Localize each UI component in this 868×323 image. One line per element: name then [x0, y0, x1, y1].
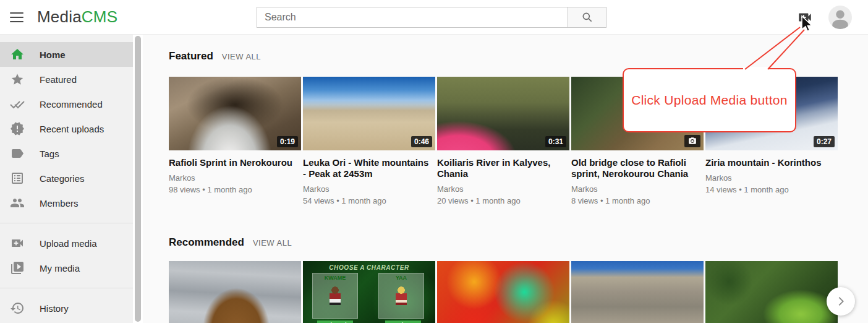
search-button[interactable] — [568, 7, 606, 28]
section-title-featured: Featured — [169, 50, 213, 62]
video-author[interactable]: Markos — [705, 173, 838, 183]
sidebar-item-history[interactable]: History — [0, 296, 133, 321]
duration-badge: 0:27 — [814, 136, 835, 147]
videocam-plus-icon — [10, 236, 25, 251]
video-author[interactable]: Markos — [169, 173, 301, 183]
sidebar: Home Featured Recommended Recent uploads… — [0, 35, 133, 323]
video-author[interactable]: Markos — [437, 184, 569, 194]
sidebar-item-home[interactable]: Home — [0, 42, 133, 67]
video-title[interactable]: Leuka Ori - White mountains - Peak at 24… — [303, 157, 435, 179]
featured-view-all-link[interactable]: VIEW ALL — [222, 52, 261, 61]
sidebar-item-label: Tags — [40, 149, 59, 159]
duration-badge: 0:46 — [411, 136, 432, 147]
sidebar-item-label: History — [40, 303, 69, 314]
top-bar: MediaCMS — [0, 0, 868, 35]
video-card[interactable] — [437, 261, 569, 323]
video-thumbnail[interactable]: CHOOSE A CHARACTER KWAME YAA Selected Se… — [303, 261, 435, 323]
sidebar-item-label: Upload media — [40, 238, 97, 249]
video-library-icon — [10, 261, 25, 275]
sidebar-item-label: Members — [40, 198, 79, 209]
sidebar-divider — [0, 288, 133, 288]
video-card[interactable]: 0:31 Koiliaris River in Kalyves, Chania … — [437, 77, 569, 205]
thumbnail-game-heading: CHOOSE A CHARACTER — [303, 264, 435, 271]
recommended-row: CHOOSE A CHARACTER KWAME YAA Selected Se… — [169, 261, 838, 323]
recommended-section-header: Recommended VIEW ALL — [169, 236, 292, 249]
chevron-right-icon — [834, 295, 848, 308]
sidebar-item-label: Featured — [40, 74, 77, 85]
search-icon — [581, 11, 594, 24]
section-title-recommended: Recommended — [169, 236, 244, 249]
sidebar-item-recent-uploads[interactable]: Recent uploads — [0, 116, 133, 141]
search-input[interactable] — [257, 7, 568, 28]
app-logo[interactable]: MediaCMS — [37, 7, 117, 27]
video-card[interactable] — [571, 261, 704, 323]
video-thumbnail[interactable] — [169, 261, 301, 323]
video-meta: 54 views • 1 month ago — [303, 196, 435, 205]
upload-media-button[interactable] — [796, 9, 814, 25]
character-sprite — [330, 286, 341, 305]
video-card[interactable]: 0:46 Leuka Ori - White mountains - Peak … — [303, 77, 435, 205]
hamburger-menu-icon[interactable] — [10, 11, 23, 24]
recommended-view-all-link[interactable]: VIEW ALL — [253, 238, 292, 248]
logo-text-cms: CMS — [82, 7, 117, 26]
sidebar-item-upload-media[interactable]: Upload media — [0, 231, 133, 256]
callout-text: Click Upload Media button — [631, 93, 788, 108]
thumbnail-select-button: Select — [385, 321, 421, 323]
video-thumbnail[interactable]: 0:46 — [303, 77, 435, 150]
video-card[interactable] — [169, 261, 301, 323]
duration-badge: 0:19 — [277, 136, 298, 147]
categories-icon — [10, 171, 25, 186]
sidebar-item-label: Categories — [40, 173, 85, 184]
video-meta: 8 views • 1 month ago — [571, 196, 704, 205]
featured-section-header: Featured VIEW ALL — [169, 50, 261, 62]
camera-icon — [684, 135, 700, 147]
video-author[interactable]: Markos — [303, 184, 435, 194]
videocam-plus-icon — [797, 9, 813, 25]
star-icon — [10, 72, 25, 87]
sidebar-item-tags[interactable]: Tags — [0, 141, 133, 166]
sidebar-divider — [0, 223, 133, 223]
history-icon — [10, 301, 25, 316]
user-avatar[interactable] — [828, 6, 852, 29]
video-card[interactable]: 0:19 Rafioli Sprint in Nerokourou Markos… — [169, 77, 301, 205]
video-thumbnail[interactable] — [705, 261, 838, 323]
video-title[interactable]: Old bridge close to Rafioli sprint, Nero… — [571, 157, 704, 179]
members-icon — [10, 196, 25, 210]
video-thumbnail[interactable] — [571, 261, 704, 323]
thumbnail-character-panel: YAA — [378, 273, 424, 319]
video-card[interactable]: CHOOSE A CHARACTER KWAME YAA Selected Se… — [303, 261, 435, 323]
sidebar-item-members[interactable]: Members — [0, 191, 133, 215]
character-sprite — [396, 286, 407, 305]
sidebar-item-recommended[interactable]: Recommended — [0, 92, 133, 116]
sidebar-item-featured[interactable]: Featured — [0, 67, 133, 92]
logo-text-media: Media — [37, 7, 82, 26]
sidebar-item-label: My media — [40, 263, 80, 273]
video-card[interactable] — [705, 261, 838, 323]
video-meta: 20 views • 1 month ago — [437, 196, 569, 205]
sidebar-item-label: Recent uploads — [40, 124, 104, 134]
duration-badge: 0:31 — [545, 136, 566, 147]
video-title[interactable]: Rafioli Sprint in Nerokourou — [169, 157, 301, 168]
home-icon — [10, 47, 25, 62]
video-thumbnail[interactable]: 0:31 — [437, 77, 569, 150]
video-title[interactable]: Ziria mountain - Korinthos — [705, 157, 838, 168]
sidebar-item-categories[interactable]: Categories — [0, 166, 133, 191]
video-thumbnail[interactable]: 0:19 — [169, 77, 301, 150]
sidebar-item-my-media[interactable]: My media — [0, 256, 133, 280]
video-thumbnail[interactable] — [437, 261, 569, 323]
next-arrow-button[interactable] — [827, 287, 855, 316]
tag-icon — [10, 146, 25, 161]
video-meta: 98 views • 1 month ago — [169, 185, 301, 194]
sidebar-scrollbar-thumb[interactable] — [135, 36, 141, 322]
new-releases-icon — [10, 121, 25, 136]
video-meta: 14 views • 1 month ago — [705, 185, 838, 194]
sidebar-item-label: Home — [40, 50, 66, 60]
video-title[interactable]: Koiliaris River in Kalyves, Chania — [437, 157, 569, 179]
video-author[interactable]: Markos — [571, 184, 704, 194]
callout-tooltip: Click Upload Media button — [623, 68, 796, 132]
sidebar-scrollbar-track — [133, 35, 143, 323]
thumbnail-selected-button: Selected — [317, 321, 353, 323]
done-all-icon — [10, 97, 25, 111]
person-icon — [828, 6, 852, 29]
header-actions — [796, 0, 852, 35]
